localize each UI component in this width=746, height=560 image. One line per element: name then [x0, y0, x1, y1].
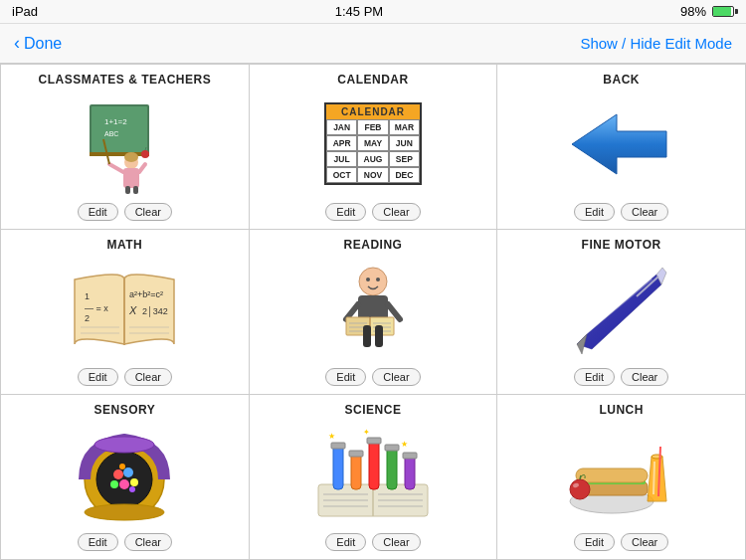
cal-oct: OCT	[326, 167, 357, 183]
cell-buttons-math: Edit Clear	[78, 368, 172, 386]
cal-feb: FEB	[357, 119, 388, 135]
svg-text:2│342: 2│342	[142, 305, 168, 317]
svg-point-57	[129, 486, 135, 492]
svg-line-48	[582, 279, 652, 336]
svg-point-54	[110, 480, 118, 488]
svg-point-58	[94, 437, 154, 453]
cell-lunch: LUNCH	[497, 395, 746, 560]
svg-text:1: 1	[85, 291, 90, 301]
svg-text:ABC: ABC	[104, 130, 118, 137]
svg-rect-14	[133, 186, 138, 194]
cell-title-reading: READING	[344, 238, 403, 252]
svg-point-11	[141, 150, 149, 158]
svg-line-8	[109, 164, 123, 172]
clear-button-science[interactable]: Clear	[372, 533, 420, 551]
cell-science: SCIENCE	[250, 395, 498, 560]
cal-sep: SEP	[389, 151, 420, 167]
calendar-illustration: CALENDAR JAN FEB MAR APR MAY JUN JUL AUG…	[324, 102, 422, 185]
status-right: 98%	[680, 4, 734, 19]
svg-rect-43	[375, 325, 383, 347]
lunch-illustration	[562, 427, 681, 521]
clear-button-calendar[interactable]: Clear	[372, 203, 420, 221]
svg-rect-71	[403, 453, 417, 459]
cell-back: BACK Edit Clear	[497, 65, 746, 230]
cell-classmates-teachers: CLASSMATES & TEACHERS 1+1=2 ABC	[1, 65, 250, 230]
svg-text:★: ★	[328, 432, 335, 441]
edit-button-science[interactable]: Edit	[325, 533, 366, 551]
clear-button-reading[interactable]: Clear	[372, 368, 420, 386]
svg-text:a²+b²=c²: a²+b²=c²	[129, 289, 163, 299]
cal-mar: MAR	[389, 119, 420, 135]
svg-point-51	[113, 469, 123, 479]
clear-button-sensory[interactable]: Clear	[124, 533, 172, 551]
cell-buttons-lunch: Edit Clear	[574, 533, 668, 551]
reading-illustration	[328, 260, 418, 359]
svg-point-85	[570, 479, 590, 499]
svg-rect-63	[331, 443, 345, 449]
svg-point-56	[119, 464, 125, 469]
svg-rect-42	[363, 325, 371, 347]
cell-buttons-reading: Edit Clear	[325, 368, 420, 386]
edit-button-lunch[interactable]: Edit	[574, 533, 615, 551]
clear-button-back[interactable]: Clear	[621, 203, 668, 221]
science-illustration: ★ ✦ ★	[313, 425, 433, 524]
svg-rect-13	[125, 186, 130, 194]
clear-button-fine-motor[interactable]: Clear	[621, 368, 668, 386]
cell-buttons-sensory: Edit Clear	[78, 533, 172, 551]
svg-text:— = x: — = x	[85, 303, 108, 313]
edit-button-back[interactable]: Edit	[574, 203, 615, 221]
cal-dec: DEC	[389, 167, 420, 183]
svg-point-29	[376, 278, 380, 281]
cal-aug: AUG	[357, 151, 388, 167]
pencil-illustration	[567, 265, 676, 354]
cell-buttons-back: Edit Clear	[574, 203, 668, 221]
show-hide-button[interactable]: Show / Hide Edit Mode	[580, 35, 732, 52]
cell-image-reading	[256, 256, 491, 362]
svg-point-6	[124, 152, 138, 162]
edit-button-fine-motor[interactable]: Edit	[574, 368, 615, 386]
clear-button-classmates[interactable]: Clear	[124, 203, 172, 221]
cal-header: CALENDAR	[326, 104, 420, 119]
cal-nov: NOV	[357, 167, 388, 183]
cal-apr: APR	[326, 135, 357, 151]
cell-image-fine-motor	[503, 256, 739, 362]
edit-button-math[interactable]: Edit	[78, 368, 118, 386]
cell-sensory: SENSORY	[1, 395, 250, 560]
cell-buttons-science: Edit Clear	[325, 533, 420, 551]
cal-month-grid: JAN FEB MAR APR MAY JUN JUL AUG SEP OCT …	[326, 119, 420, 183]
done-label[interactable]: Done	[24, 35, 62, 53]
edit-button-reading[interactable]: Edit	[325, 368, 366, 386]
svg-rect-64	[351, 453, 361, 489]
cal-jul: JUL	[326, 151, 357, 167]
cell-title-classmates: CLASSMATES & TEACHERS	[39, 73, 212, 87]
edit-button-classmates[interactable]: Edit	[78, 203, 118, 221]
cell-title-fine-motor: FINE MOTOR	[582, 238, 661, 252]
device-label: iPad	[12, 4, 38, 19]
svg-text:X: X	[128, 304, 137, 316]
clear-button-math[interactable]: Clear	[124, 368, 172, 386]
cal-jan: JAN	[326, 119, 357, 135]
cell-image-lunch	[503, 421, 739, 527]
cell-title-math: MATH	[106, 238, 142, 252]
done-button[interactable]: ‹ Done	[14, 33, 62, 54]
cell-image-sensory	[7, 421, 243, 527]
edit-button-calendar[interactable]: Edit	[325, 203, 366, 221]
cell-reading: READING	[250, 230, 498, 395]
svg-point-53	[119, 479, 129, 489]
cell-image-science: ★ ✦ ★	[256, 421, 491, 527]
cell-title-science: SCIENCE	[345, 403, 402, 417]
svg-text:1+1=2: 1+1=2	[104, 117, 127, 126]
battery-percent: 98%	[680, 4, 706, 19]
edit-button-sensory[interactable]: Edit	[78, 533, 118, 551]
svg-rect-69	[385, 445, 399, 451]
cell-title-sensory: SENSORY	[93, 403, 155, 417]
nav-bar: ‹ Done Show / Hide Edit Mode	[0, 24, 746, 64]
svg-rect-67	[367, 438, 381, 444]
svg-text:✦: ✦	[363, 428, 370, 437]
cell-image-math: 1 — = x 2 a²+b²=c² X 2│342	[7, 256, 243, 362]
status-bar: iPad 1:45 PM 98%	[0, 0, 746, 24]
svg-rect-68	[387, 447, 397, 489]
clear-button-lunch[interactable]: Clear	[621, 533, 668, 551]
svg-line-89	[653, 462, 654, 494]
battery-icon	[712, 6, 734, 17]
